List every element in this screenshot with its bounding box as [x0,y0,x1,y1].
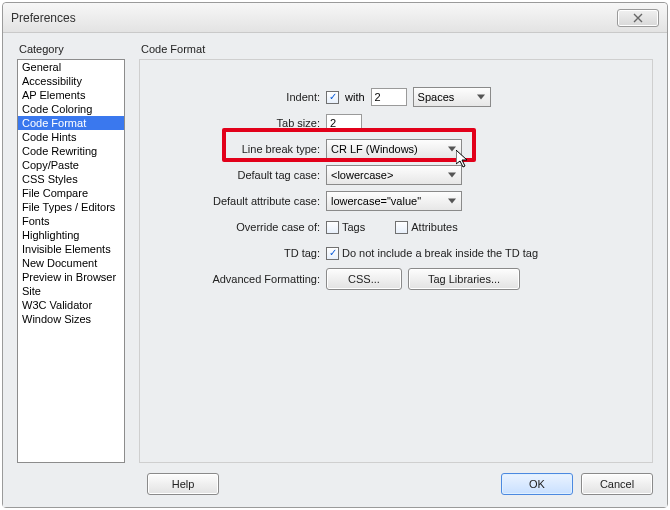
advanced-label: Advanced Formatting: [140,273,326,285]
row-indent: Indent: ✓ with Spaces [140,84,652,110]
indent-with-label: with [345,91,365,103]
row-linebreak: Line break type: CR LF (Windows) [140,136,652,162]
indent-unit-select[interactable]: Spaces [413,87,491,107]
override-tags-label: Tags [342,221,365,233]
override-attrs-checkbox[interactable]: Attributes [395,221,457,234]
attrcase-value: lowercase="value" [331,195,421,207]
tagcase-label: Default tag case: [140,169,326,181]
category-list[interactable]: GeneralAccessibilityAP ElementsCode Colo… [17,59,125,463]
indent-value-input[interactable] [371,88,407,106]
close-button[interactable] [617,9,659,27]
tag-libraries-button[interactable]: Tag Libraries... [408,268,520,290]
row-override: Override case of: Tags Attributes [140,214,652,240]
category-item[interactable]: Window Sizes [18,312,124,326]
category-item[interactable]: Invisible Elements [18,242,124,256]
category-label: Category [19,43,125,55]
row-tagcase: Default tag case: <lowercase> [140,162,652,188]
titlebar: Preferences [3,3,667,33]
indent-unit-value: Spaces [418,91,455,103]
category-item[interactable]: General [18,60,124,74]
category-item[interactable]: Preview in Browser [18,270,124,284]
category-item[interactable]: Fonts [18,214,124,228]
attrcase-select[interactable]: lowercase="value" [326,191,462,211]
settings-column: Code Format Indent: ✓ with Spaces Tab si… [139,43,653,463]
tdtag-checkbox-label: Do not include a break inside the TD tag [342,247,538,259]
attrcase-label: Default attribute case: [140,195,326,207]
override-label: Override case of: [140,221,326,233]
row-advanced: Advanced Formatting: CSS... Tag Librarie… [140,266,652,292]
category-item[interactable]: Code Format [18,116,124,130]
category-item[interactable]: Copy/Paste [18,158,124,172]
category-item[interactable]: W3C Validator [18,298,124,312]
category-item[interactable]: Code Hints [18,130,124,144]
close-icon [633,13,643,23]
tabsize-label: Tab size: [140,117,326,129]
category-item[interactable]: File Types / Editors [18,200,124,214]
window-title: Preferences [11,11,617,25]
css-button[interactable]: CSS... [326,268,402,290]
category-item[interactable]: AP Elements [18,88,124,102]
linebreak-label: Line break type: [140,143,326,155]
category-item[interactable]: Code Coloring [18,102,124,116]
category-item[interactable]: File Compare [18,186,124,200]
tagcase-value: <lowercase> [331,169,393,181]
category-item[interactable]: Site [18,284,124,298]
tabsize-input[interactable] [326,114,362,132]
override-attrs-label: Attributes [411,221,457,233]
ok-button[interactable]: OK [501,473,573,495]
cancel-button[interactable]: Cancel [581,473,653,495]
category-item[interactable]: Accessibility [18,74,124,88]
dialog-body: Category GeneralAccessibilityAP Elements… [3,33,667,469]
dialog-footer: Help OK Cancel [3,469,667,507]
category-item[interactable]: Highlighting [18,228,124,242]
linebreak-select[interactable]: CR LF (Windows) [326,139,462,159]
indent-label: Indent: [140,91,326,103]
override-tags-checkbox[interactable]: Tags [326,221,365,234]
tagcase-select[interactable]: <lowercase> [326,165,462,185]
linebreak-value: CR LF (Windows) [331,143,418,155]
settings-panel: Indent: ✓ with Spaces Tab size: Line [139,59,653,463]
preferences-window: Preferences Category GeneralAccessibilit… [2,2,668,508]
category-item[interactable]: CSS Styles [18,172,124,186]
row-tabsize: Tab size: [140,110,652,136]
category-column: Category GeneralAccessibilityAP Elements… [17,43,125,463]
category-item[interactable]: New Document [18,256,124,270]
row-attrcase: Default attribute case: lowercase="value… [140,188,652,214]
tdtag-label: TD tag: [140,247,326,259]
row-tdtag: TD tag: ✓Do not include a break inside t… [140,240,652,266]
indent-checkbox[interactable]: ✓ [326,91,339,104]
panel-title: Code Format [141,43,653,55]
category-item[interactable]: Code Rewriting [18,144,124,158]
tdtag-checkbox[interactable]: ✓Do not include a break inside the TD ta… [326,247,538,260]
help-button[interactable]: Help [147,473,219,495]
